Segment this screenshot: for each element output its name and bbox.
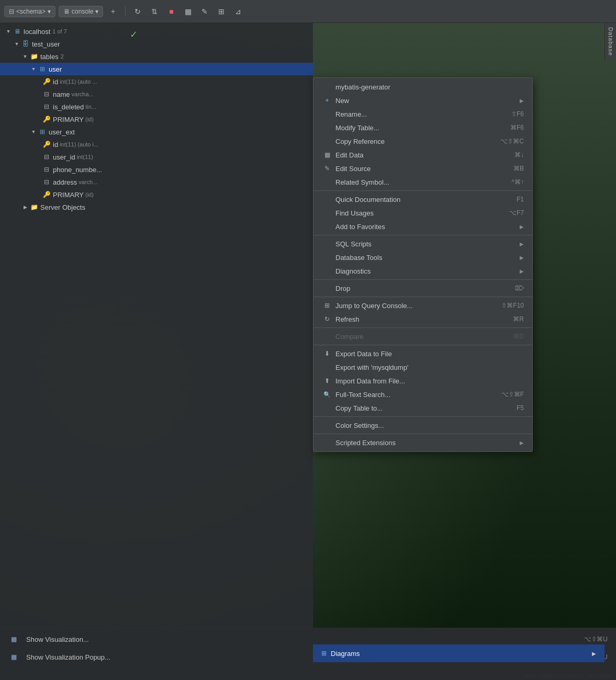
menu-jump-query[interactable]: ⊞ Jump to Query Console... ⇧⌘F10 xyxy=(313,299,532,312)
diagrams-icon: ⊞ xyxy=(321,650,327,657)
menu-export-data[interactable]: ⬇ Export Data to File xyxy=(313,347,532,360)
tree-item-user-id[interactable]: ⊟ user_id int(11) xyxy=(0,151,313,163)
id-label: id xyxy=(53,78,58,86)
sync-icon[interactable]: ⇅ xyxy=(148,5,161,18)
rename-label: Rename... xyxy=(335,110,511,118)
add-button[interactable]: ＋ xyxy=(106,5,120,18)
right-panel-label[interactable]: Database xyxy=(604,23,616,60)
filter-icon[interactable]: ⊿ xyxy=(231,5,245,18)
sep-8 xyxy=(313,434,532,434)
menu-rename[interactable]: Rename... ⇧F6 xyxy=(313,107,532,121)
user-id-type: int(11) xyxy=(77,154,93,160)
menu-modify-table[interactable]: Modify Table... ⌘F6 xyxy=(313,121,532,134)
menu-compare[interactable]: Compare ⌘D xyxy=(313,330,532,343)
tree-item-primary2[interactable]: 🔑 PRIMARY (id) xyxy=(0,188,313,201)
menu-drop[interactable]: Drop ⌦ xyxy=(313,281,532,295)
tree-panel: ▼ 🖥 localhost 1 of 7 ▼ 🗄 test_user ▼ 📁 t… xyxy=(0,23,313,628)
menu-add-favorites[interactable]: Add to Favorites ▶ xyxy=(313,220,532,233)
tree-item-phone-number[interactable]: ⊟ phone_numbe... xyxy=(0,163,313,176)
tree-item-id[interactable]: 🔑 id int(11) (auto ... xyxy=(0,75,313,88)
tree-item-user-ext[interactable]: ▼ ⊞ user_ext xyxy=(0,126,313,138)
toolbar: ⊟ <schema> ▾ 🖥 console ▾ ＋ ↻ ⇅ ■ ▦ ✎ ⊞ ⊿ xyxy=(0,0,616,23)
related-shortcut: ^⌘↑ xyxy=(511,178,524,186)
name-type: varcha... xyxy=(72,91,94,97)
menu-scripted-extensions[interactable]: Scripted Extensions ▶ xyxy=(313,436,532,449)
sep-1 xyxy=(313,190,532,191)
console-icon: 🖥 xyxy=(63,8,70,15)
menu-mybatis[interactable]: mybatis-generator xyxy=(313,80,532,94)
name-label: name xyxy=(53,90,70,98)
arrow-localhost: ▼ xyxy=(4,29,13,34)
tree-item-localhost[interactable]: ▼ 🖥 localhost 1 of 7 xyxy=(0,25,313,38)
menu-export-mysqldump[interactable]: Export with 'mysqldump' xyxy=(313,360,532,374)
localhost-badge: 1 of 7 xyxy=(52,28,67,35)
modify-label: Modify Table... xyxy=(335,124,510,132)
menu-database-tools[interactable]: Database Tools ▶ xyxy=(313,251,532,264)
query-icon[interactable]: ⊞ xyxy=(215,5,228,18)
full-text-icon: 🔍 xyxy=(322,391,332,398)
tree-item-test-user[interactable]: ▼ 🗄 test_user xyxy=(0,38,313,50)
table-icon[interactable]: ▦ xyxy=(181,5,195,18)
menu-copy-reference[interactable]: Copy Reference ⌥⇧⌘C xyxy=(313,134,532,148)
tree-item-server-objects[interactable]: ▶ 📁 Server Objects xyxy=(0,201,313,213)
user-id-label: user_id xyxy=(53,153,75,161)
menu-import-data[interactable]: ⬆ Import Data from File... xyxy=(313,374,532,388)
tree-item-is-deleted[interactable]: ⊟ is_deleted tin... xyxy=(0,100,313,113)
menu-find-usages[interactable]: Find Usages ⌥F7 xyxy=(313,206,532,220)
diagrams-label: Diagrams xyxy=(331,650,592,658)
is-deleted-label: is_deleted xyxy=(53,103,84,111)
menu-diagrams[interactable]: ⊞ Diagrams ▶ xyxy=(313,644,604,662)
edit-icon[interactable]: ✎ xyxy=(198,5,211,18)
edit-source-shortcut: ⌘B xyxy=(513,165,524,172)
menu-new[interactable]: + New ▶ xyxy=(313,94,532,107)
primary-label: PRIMARY xyxy=(53,116,84,123)
edit-source-label: Edit Source xyxy=(335,165,513,173)
refresh-label: Refresh xyxy=(335,315,513,323)
compare-label: Compare xyxy=(335,333,513,341)
tables-label: tables xyxy=(40,53,59,61)
menu-quick-doc[interactable]: Quick Documentation F1 xyxy=(313,192,532,206)
export-data-label: Export Data to File xyxy=(335,350,524,358)
id2-label: id xyxy=(53,141,58,149)
diagnostics-arrow: ▶ xyxy=(520,268,524,274)
folder-icon-tables: 📁 xyxy=(29,53,39,60)
tree-item-user[interactable]: ▼ ⊞ user xyxy=(0,63,313,75)
id2-type: int(11) (auto i... xyxy=(60,141,98,148)
tree-item-id2[interactable]: 🔑 id int(11) (auto i... xyxy=(0,138,313,151)
refresh-icon[interactable]: ↻ xyxy=(131,5,144,18)
schema-dropdown[interactable]: ⊟ <schema> ▾ xyxy=(4,6,55,17)
tree-item-primary[interactable]: 🔑 PRIMARY (id) xyxy=(0,113,313,126)
server-objects-label: Server Objects xyxy=(40,203,85,211)
console-dropdown[interactable]: 🖥 console ▾ xyxy=(59,6,103,17)
phone-label: phone_numbe... xyxy=(53,166,102,174)
schema-label: <schema> xyxy=(16,8,46,15)
console-label: console xyxy=(72,8,93,15)
menu-edit-source[interactable]: ✎ Edit Source ⌘B xyxy=(313,162,532,175)
menu-sql-scripts[interactable]: SQL Scripts ▶ xyxy=(313,237,532,251)
stop-icon[interactable]: ■ xyxy=(164,5,178,18)
menu-related-symbol[interactable]: Related Symbol... ^⌘↑ xyxy=(313,175,532,189)
menu-diagnostics[interactable]: Diagnostics ▶ xyxy=(313,264,532,278)
menu-color-settings[interactable]: Color Settings... xyxy=(313,418,532,432)
show-viz-label: Show Visualization... xyxy=(26,636,580,643)
mybatis-label: mybatis-generator xyxy=(335,83,524,91)
drop-label: Drop xyxy=(335,285,515,292)
import-label: Import Data from File... xyxy=(335,377,524,385)
favorites-arrow: ▶ xyxy=(520,224,524,230)
find-usages-label: Find Usages xyxy=(335,209,509,217)
refresh-menu-icon: ↻ xyxy=(322,315,332,323)
find-usages-shortcut: ⌥F7 xyxy=(509,209,524,217)
menu-edit-data[interactable]: ▦ Edit Data ⌘↓ xyxy=(313,148,532,162)
tree-item-tables[interactable]: ▼ 📁 tables 2 xyxy=(0,50,313,63)
jump-query-icon: ⊞ xyxy=(322,302,332,309)
edit-data-shortcut: ⌘↓ xyxy=(514,151,524,158)
tree-item-name[interactable]: ⊟ name varcha... xyxy=(0,88,313,100)
export-data-icon: ⬇ xyxy=(322,350,332,357)
table-icon-user-ext: ⊞ xyxy=(38,128,47,135)
menu-copy-table[interactable]: Copy Table to... F5 xyxy=(313,401,532,415)
sep-7 xyxy=(313,416,532,417)
menu-full-text-search[interactable]: 🔍 Full-Text Search... ⌥⇧⌘F xyxy=(313,388,532,401)
tree-item-address[interactable]: ⊟ address varch... xyxy=(0,176,313,188)
menu-refresh[interactable]: ↻ Refresh ⌘R xyxy=(313,312,532,326)
user-ext-label: user_ext xyxy=(49,128,75,136)
